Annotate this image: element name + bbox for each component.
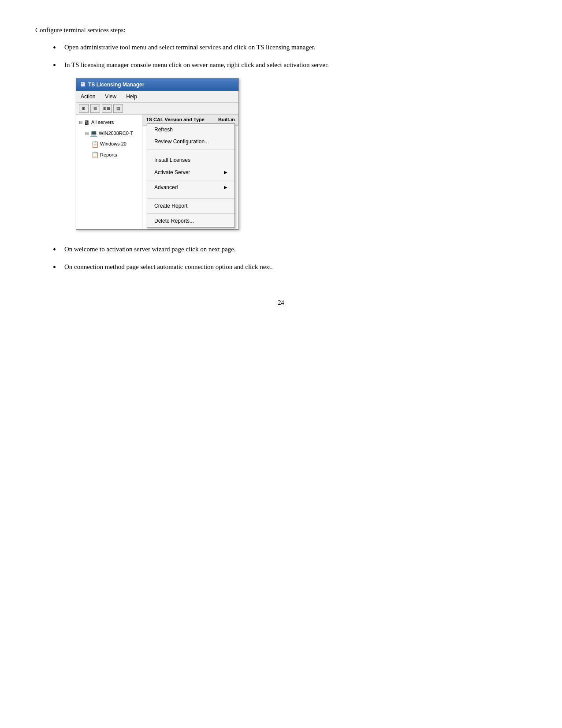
- bullet-3: •: [53, 244, 61, 255]
- page-number: 24: [35, 299, 527, 306]
- toolbar-btn-3[interactable]: ⊞⊞: [102, 104, 112, 113]
- context-menu: Refresh Review Configuration...: [147, 123, 235, 228]
- tree-child-container: ⊟ 💻 WIN2008RC0-T 📋 Windows 20: [84, 128, 140, 160]
- screenshot-container: 🖥 TS Licensing Manager Action View Help …: [76, 78, 527, 230]
- ctx-refresh-label: Refresh: [154, 126, 173, 134]
- menu-help[interactable]: Help: [124, 92, 139, 101]
- bullet-2: •: [53, 60, 61, 71]
- ctx-help-label: Delete Reports...: [154, 217, 194, 225]
- list-item-4: • On connection method page select autom…: [53, 261, 527, 273]
- ctx-sep-2: [147, 180, 234, 180]
- ctx-advanced-arrow: ▶: [224, 169, 227, 176]
- ts-main-area: TS CAL Version and Type Built-in Refresh…: [142, 115, 238, 229]
- li-content-3: On welcome to activation server wizard p…: [64, 244, 527, 254]
- ts-title-text: TS Licensing Manager: [88, 81, 144, 89]
- list-item-1: • Open administrative tool menu and sele…: [53, 42, 527, 53]
- toolbar-btn-2[interactable]: ⊟: [90, 104, 100, 113]
- li-content-1: Open administrative tool menu and select…: [64, 42, 527, 52]
- li-content-4: On connection method page select automat…: [64, 261, 527, 272]
- ctx-review[interactable]: Review Configuration...: [147, 136, 234, 148]
- intro-paragraph: Configure terminal services steps:: [35, 26, 527, 34]
- toolbar-btn-1[interactable]: ⊞: [79, 104, 89, 113]
- tree-grandchildren: 📋 Windows 20 📋 Reports: [90, 139, 140, 161]
- tree-grandchild-1: 📋 Windows 20: [90, 139, 140, 149]
- tree-child: ⊟ 💻 WIN2008RC0-T: [84, 128, 140, 138]
- li-content-2: In TS licensing manager console menu cli…: [64, 60, 527, 238]
- ctx-advanced-label: Activate Server: [154, 168, 190, 177]
- ctx-advanced[interactable]: Activate Server ▶: [147, 167, 234, 179]
- ts-titlebar: 🖥 TS Licensing Manager: [76, 78, 238, 91]
- ctx-create-report-arrow: ▶: [224, 184, 227, 191]
- tree-root: ⊟ 🖥 All servers: [78, 117, 140, 128]
- tree-grandchild-2: 📋 Reports: [90, 149, 140, 160]
- ctx-create-report[interactable]: Advanced ▶: [147, 182, 234, 194]
- ts-toolbar: ⊞ ⊟ ⊞⊞ ▤: [76, 103, 238, 115]
- ctx-refresh[interactable]: Refresh: [147, 124, 234, 136]
- ctx-install: [147, 151, 234, 154]
- ts-content: ⊟ 🖥 All servers ⊟ 💻 WIN2008RC0-T: [76, 115, 238, 229]
- built-in-label: Built-in: [218, 116, 235, 124]
- ctx-activate-label: Install Licenses: [154, 156, 190, 164]
- tree-label-gc1: Windows 20: [100, 140, 127, 148]
- ctx-properties[interactable]: Create Report: [147, 200, 234, 212]
- bullet-4: •: [53, 261, 61, 273]
- tree-label-gc2: Reports: [100, 151, 117, 159]
- tree-label-root: All servers: [91, 119, 114, 127]
- column-header-text: TS CAL Version and Type: [146, 117, 205, 122]
- bullet-1: •: [53, 42, 61, 53]
- ctx-properties-label: Create Report: [154, 202, 187, 210]
- ctx-sep-3: [147, 198, 234, 199]
- ts-menubar[interactable]: Action View Help: [76, 91, 238, 103]
- ts-window: 🖥 TS Licensing Manager Action View Help …: [76, 78, 239, 230]
- tree-label-child: WIN2008RC0-T: [99, 130, 133, 138]
- menu-view[interactable]: View: [103, 92, 118, 101]
- tree-icon-root: 🖥: [84, 118, 90, 127]
- ts-titlebar-icon: 🖥: [80, 80, 86, 90]
- ts-tree: ⊟ 🖥 All servers ⊟ 💻 WIN2008RC0-T: [76, 115, 142, 229]
- ctx-sep-1: [147, 149, 234, 149]
- ctx-review-label: Review Configuration...: [154, 138, 209, 146]
- ctx-delete-reports[interactable]: [147, 194, 234, 197]
- toolbar-btn-4[interactable]: ▤: [113, 104, 123, 113]
- tree-icon-gc1: 📋: [91, 139, 99, 149]
- tree-icon-child: 💻: [90, 128, 97, 138]
- list-item-2: • In TS licensing manager console menu c…: [53, 60, 527, 238]
- ctx-help[interactable]: Delete Reports...: [147, 215, 234, 227]
- tree-expand-root: ⊟: [79, 119, 82, 126]
- ctx-create-report-label: Advanced: [154, 183, 178, 192]
- bullet-list: • Open administrative tool menu and sele…: [53, 42, 527, 273]
- menu-action[interactable]: Action: [79, 92, 97, 101]
- list-item-3: • On welcome to activation server wizard…: [53, 244, 527, 255]
- tree-expand-child: ⊟: [85, 130, 89, 137]
- ctx-activate[interactable]: Install Licenses: [147, 154, 234, 166]
- tree-icon-gc2: 📋: [91, 150, 99, 160]
- ctx-sep-4: [147, 213, 234, 214]
